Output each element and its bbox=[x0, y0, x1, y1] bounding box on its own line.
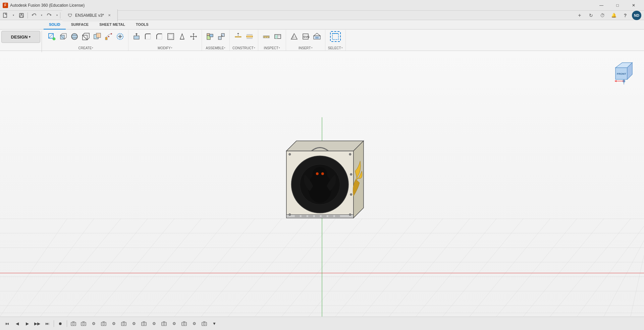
design-separator bbox=[42, 31, 42, 52]
svg-point-145 bbox=[123, 323, 125, 325]
timeline-expand[interactable]: ▼ bbox=[210, 319, 219, 328]
combine-button[interactable] bbox=[92, 31, 103, 42]
inspect-label[interactable]: INSPECT ▾ bbox=[264, 46, 280, 50]
measure-button[interactable] bbox=[261, 31, 272, 42]
svg-point-21 bbox=[111, 33, 112, 35]
file-tab[interactable]: 🛡 ENSAMBLE v3* ✕ bbox=[62, 9, 118, 21]
settings-1[interactable]: ⚙ bbox=[89, 319, 98, 328]
settings-2[interactable]: ⚙ bbox=[109, 319, 118, 328]
svg-marker-61 bbox=[291, 34, 297, 39]
freeform-button[interactable] bbox=[103, 31, 114, 42]
camera-7[interactable] bbox=[180, 319, 189, 328]
svg-point-117 bbox=[289, 153, 291, 155]
tab-surface[interactable]: SURFACE bbox=[66, 20, 94, 29]
svg-marker-68 bbox=[314, 33, 320, 36]
move-button[interactable] bbox=[188, 31, 199, 42]
svg-rect-50 bbox=[247, 36, 253, 37]
record-button[interactable]: ⏺ bbox=[56, 319, 65, 328]
svg-line-11 bbox=[64, 38, 66, 39]
settings-6[interactable]: ⚙ bbox=[190, 319, 199, 328]
viewport[interactable]: FRONT bbox=[0, 51, 644, 317]
chamfer-button[interactable] bbox=[154, 31, 165, 42]
settings-3[interactable]: ⚙ bbox=[129, 319, 138, 328]
svg-line-102 bbox=[577, 226, 644, 317]
display-settings-button[interactable] bbox=[272, 31, 283, 42]
inspect-arrow: ▾ bbox=[279, 47, 280, 49]
joint-button[interactable] bbox=[216, 31, 227, 42]
select-tool-button[interactable] bbox=[330, 31, 341, 42]
offset-plane-button[interactable] bbox=[233, 31, 244, 42]
sphere-button[interactable] bbox=[69, 31, 80, 42]
redo-arrow[interactable]: ▾ bbox=[55, 11, 59, 20]
settings-4[interactable]: ⚙ bbox=[150, 319, 158, 328]
maximize-button[interactable]: □ bbox=[610, 0, 625, 11]
qs-separator-1 bbox=[28, 12, 28, 18]
view-cube[interactable]: FRONT bbox=[610, 58, 637, 84]
insert-label[interactable]: INSERT ▾ bbox=[299, 46, 313, 50]
create-label[interactable]: CREATE ▾ bbox=[78, 46, 94, 50]
svg-rect-128 bbox=[328, 215, 333, 217]
midplane-button[interactable] bbox=[244, 31, 255, 42]
assemble-label[interactable]: ASSEMBLE ▾ bbox=[206, 46, 226, 50]
new-file-arrow[interactable]: ▾ bbox=[11, 11, 16, 20]
notifications-button[interactable]: 🔔 bbox=[609, 11, 619, 20]
construct-label[interactable]: CONSTRUCT ▾ bbox=[232, 46, 255, 50]
new-file-button[interactable] bbox=[0, 11, 11, 20]
camera-3[interactable] bbox=[99, 319, 108, 328]
box-button[interactable] bbox=[80, 31, 91, 42]
insert-mesh-button[interactable] bbox=[289, 31, 300, 42]
svg-line-94 bbox=[362, 219, 443, 317]
save-button[interactable] bbox=[16, 11, 27, 20]
svg-marker-137 bbox=[614, 80, 616, 82]
select-label[interactable]: SELECT ▾ bbox=[328, 46, 343, 50]
minimize-button[interactable]: — bbox=[594, 0, 609, 11]
camera-1[interactable] bbox=[69, 319, 78, 328]
help-button[interactable]: ? bbox=[621, 11, 630, 20]
press-pull-button[interactable] bbox=[131, 31, 142, 42]
camera-4[interactable] bbox=[119, 319, 128, 328]
history-button[interactable]: ⏱ bbox=[598, 11, 607, 20]
add-tab-button[interactable]: + bbox=[575, 11, 584, 20]
create-sketch-button[interactable]: + bbox=[46, 31, 57, 42]
close-button[interactable]: ✕ bbox=[626, 0, 641, 11]
tab-shield-icon: 🛡 bbox=[68, 13, 72, 18]
tab-tools[interactable]: TOOLS bbox=[130, 20, 154, 29]
refresh-button[interactable]: ↻ bbox=[586, 11, 596, 20]
modify-label[interactable]: MODIFY ▾ bbox=[158, 46, 172, 50]
assemble-group: ASSEMBLE ▾ bbox=[202, 30, 230, 51]
shell-button[interactable] bbox=[165, 31, 176, 42]
fillet-button[interactable] bbox=[143, 31, 153, 42]
svg-marker-31 bbox=[180, 34, 184, 39]
play-button[interactable]: ▶ bbox=[23, 319, 32, 328]
user-avatar[interactable]: ND bbox=[632, 11, 641, 20]
camera-6[interactable] bbox=[160, 319, 168, 328]
insert-svg-button[interactable]: SVG bbox=[300, 31, 311, 42]
svg-rect-124 bbox=[302, 215, 307, 217]
undo-arrow[interactable]: ▾ bbox=[39, 11, 44, 20]
decal-button[interactable] bbox=[312, 31, 322, 42]
new-component-button[interactable] bbox=[205, 31, 215, 42]
tab-sheet-metal[interactable]: SHEET METAL bbox=[94, 20, 130, 29]
svg-rect-26 bbox=[134, 36, 139, 39]
inspect-group: INSPECT ▾ bbox=[258, 30, 286, 51]
design-dropdown-button[interactable]: DESIGN ▾ bbox=[1, 31, 40, 43]
tab-solid[interactable]: SOLID bbox=[44, 20, 66, 29]
play-forward-button[interactable]: ▶▶ bbox=[33, 319, 42, 328]
first-frame-button[interactable]: ⏮ bbox=[3, 319, 11, 328]
svg-line-100 bbox=[523, 219, 604, 317]
redo-button[interactable] bbox=[44, 11, 55, 20]
create-extra-button[interactable] bbox=[115, 31, 125, 42]
modify-icons bbox=[131, 31, 199, 42]
undo-button[interactable] bbox=[29, 11, 39, 20]
draft-button[interactable] bbox=[177, 31, 187, 42]
insert-icons: SVG bbox=[289, 31, 322, 42]
camera-8[interactable] bbox=[200, 319, 209, 328]
camera-5[interactable] bbox=[140, 319, 148, 328]
camera-2[interactable] bbox=[79, 319, 88, 328]
tab-close-button[interactable]: ✕ bbox=[107, 13, 112, 18]
settings-5[interactable]: ⚙ bbox=[170, 319, 178, 328]
last-frame-button[interactable]: ⏭ bbox=[43, 319, 52, 328]
extrude-button[interactable] bbox=[58, 31, 68, 42]
svg-line-87 bbox=[174, 219, 255, 317]
prev-frame-button[interactable]: ◀ bbox=[13, 319, 21, 328]
